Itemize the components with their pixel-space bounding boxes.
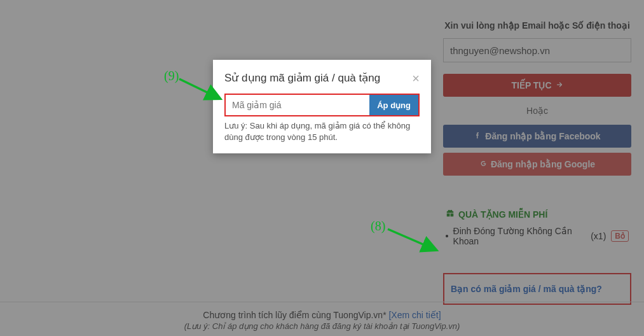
bullet-icon (446, 235, 448, 237)
arrow-right-icon (556, 80, 563, 90)
coupon-link[interactable]: Bạn có mã giảm giá / mã quà tặng? (451, 284, 602, 294)
footer-note: (Lưu ý: Chỉ áp dụng cho khách hàng đã đă… (0, 321, 644, 331)
fb-label: Đăng nhập bằng Facebook (485, 131, 600, 141)
modal-title: Sử dụng mã giảm giá / quà tặng (224, 71, 380, 85)
gift-item-name: Đinh Đóng Tường Không Cần Khoan (453, 226, 586, 246)
login-prompt: Xin vui lòng nhập Email hoặc Số điện tho… (443, 20, 631, 31)
gift-remove-button[interactable]: Bỏ (611, 230, 629, 242)
google-login-button[interactable]: Đăng nhập bằng Google (443, 153, 631, 176)
footer-details-link[interactable]: [Xem chi tiết] (388, 310, 441, 320)
gg-label: Đăng nhập bằng Google (491, 159, 595, 169)
coupon-link-box: Bạn có mã giảm giá / mã quà tặng? (443, 273, 631, 305)
facebook-icon (474, 131, 481, 141)
google-icon (479, 159, 487, 169)
coupon-input-group: Áp dụng (224, 94, 420, 116)
modal-note: Lưu ý: Sau khi áp dụng, mã giảm giá có t… (224, 120, 420, 143)
gift-icon (446, 209, 455, 220)
gift-item-row: Đinh Đóng Tường Không Cần Khoan (x1) Bỏ (446, 226, 629, 246)
gift-title: QUÀ TẶNG MIỄN PHÍ (446, 209, 629, 220)
coupon-code-input[interactable] (226, 95, 369, 115)
page-root: Xin vui lòng nhập Email hoặc Số điện tho… (0, 0, 644, 336)
footer: Chương trình tích lũy điểm cùng TuongVip… (0, 302, 644, 336)
continue-button[interactable]: TIẾP TỤC (443, 74, 631, 97)
right-panel: Xin vui lòng nhập Email hoặc Số điện tho… (435, 0, 639, 311)
coupon-modal: Sử dụng mã giảm giá / quà tặng × Áp dụng… (213, 60, 431, 153)
apply-coupon-button[interactable]: Áp dụng (369, 95, 418, 115)
gift-item-qty: (x1) (591, 231, 606, 241)
continue-label: TIẾP TỤC (511, 80, 551, 90)
footer-line1: Chương trình tích lũy điểm cùng TuongVip… (0, 310, 644, 320)
modal-header: Sử dụng mã giảm giá / quà tặng × (224, 71, 420, 85)
footer-text: Chương trình tích lũy điểm cùng TuongVip… (203, 310, 388, 320)
email-input[interactable] (443, 38, 631, 62)
gift-title-text: QUÀ TẶNG MIỄN PHÍ (458, 209, 547, 220)
or-separator: Hoặc (443, 106, 631, 116)
gift-section: QUÀ TẶNG MIỄN PHÍ Đinh Đóng Tường Không … (443, 204, 631, 251)
facebook-login-button[interactable]: Đăng nhập bằng Facebook (443, 125, 631, 148)
close-icon[interactable]: × (412, 72, 420, 85)
